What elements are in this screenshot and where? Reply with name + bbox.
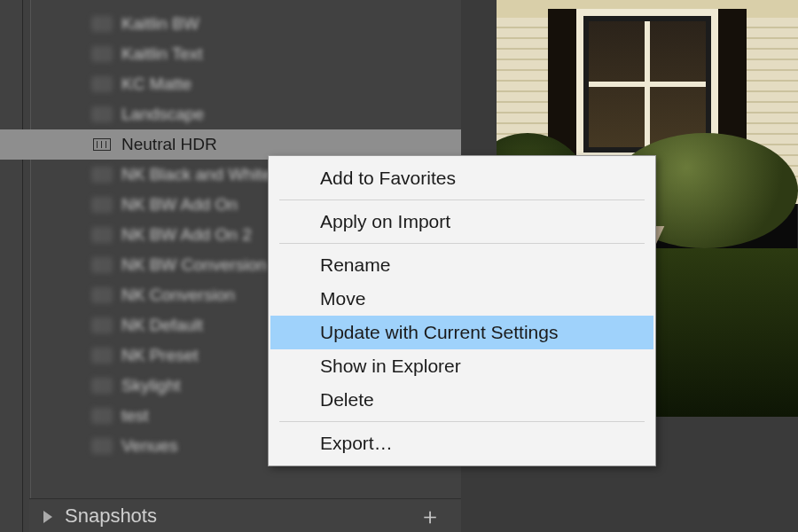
preset-item[interactable]: Kaitlin BW [29, 9, 461, 39]
preset-item[interactable]: Landscape [29, 99, 461, 129]
menu-rename[interactable]: Rename [270, 248, 653, 282]
preset-label: NK Conversion [121, 280, 235, 310]
preset-icon [93, 440, 111, 452]
menu-show-in-explorer[interactable]: Show in Explorer [270, 349, 653, 383]
menu-separator [279, 200, 645, 200]
menu-apply-on-import[interactable]: Apply on Import [270, 205, 653, 239]
preset-icon [93, 108, 111, 121]
section-header-left: Snapshots [43, 505, 157, 528]
preset-label: Landscape [121, 99, 204, 129]
preset-icon [93, 199, 111, 211]
preset-icon [93, 349, 111, 362]
app-root: Kaitlin BW Kaitlin Text KC Matte Landsca… [0, 0, 798, 532]
menu-separator [279, 243, 645, 244]
menu-update-with-current-settings[interactable]: Update with Current Settings [270, 316, 653, 349]
preset-icon [93, 168, 111, 181]
preset-label: Neutral HDR [121, 129, 217, 160]
preset-item[interactable] [29, 0, 461, 9]
snapshots-header[interactable]: Snapshots ＋ [29, 498, 461, 532]
preset-icon [93, 289, 111, 301]
preset-item[interactable]: Kaitlin Text [29, 39, 461, 69]
preset-label: Skylight [121, 371, 181, 401]
menu-delete[interactable]: Delete [270, 383, 653, 417]
preset-label: test [121, 401, 149, 431]
preset-context-menu: Add to Favorites Apply on Import Rename … [268, 155, 656, 466]
preset-icon [93, 259, 111, 271]
preset-icon [93, 48, 111, 60]
preset-label: KC Matte [121, 69, 192, 99]
preset-item[interactable]: KC Matte [29, 69, 461, 99]
preset-icon [93, 319, 111, 332]
preset-label: Kaitlin BW [121, 9, 200, 39]
menu-add-to-favorites[interactable]: Add to Favorites [270, 161, 653, 195]
add-snapshot-button[interactable]: ＋ [419, 505, 442, 528]
menu-separator [279, 421, 645, 422]
preset-icon [93, 78, 111, 90]
preset-icon [93, 410, 111, 422]
preset-label: NK BW Conversion [121, 250, 267, 280]
menu-move[interactable]: Move [270, 282, 653, 316]
preset-label: NK BW Add On 2 [121, 220, 252, 250]
section-title: Snapshots [65, 505, 157, 528]
preset-label: Kaitlin Text [121, 39, 203, 69]
chevron-right-icon [43, 511, 52, 523]
preset-icon [93, 379, 111, 392]
preset-label: Venues [121, 431, 177, 461]
preset-label: NK Black and White [121, 160, 271, 190]
preset-label: NK Default [121, 310, 203, 340]
menu-export[interactable]: Export… [270, 426, 653, 460]
preset-icon [93, 138, 111, 151]
preset-label: NK Preset [121, 340, 199, 371]
preset-icon [93, 229, 111, 241]
preset-label: NK BW Add On [121, 190, 238, 220]
preset-icon [93, 18, 111, 30]
